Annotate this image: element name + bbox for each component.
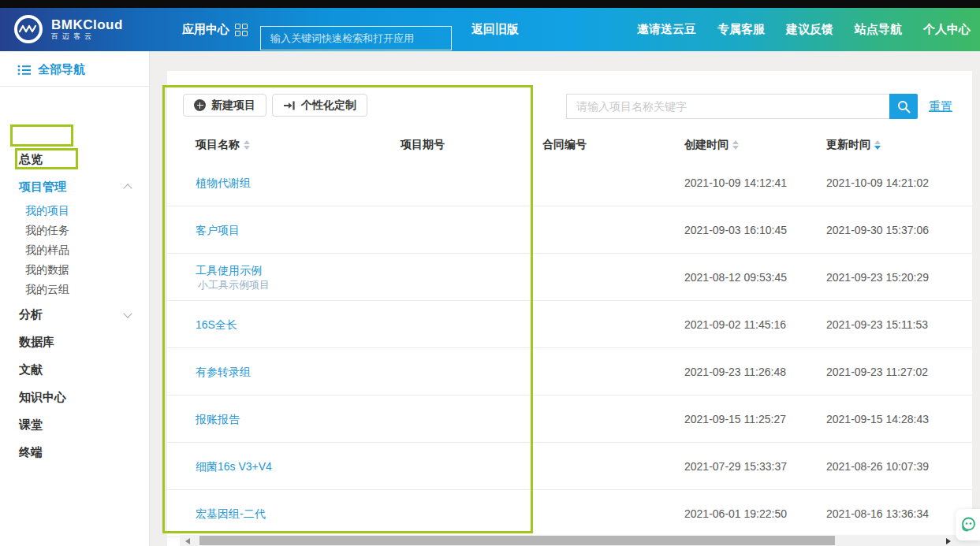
back-to-old-version-link[interactable]: 返回旧版 — [471, 8, 519, 51]
updated-time: 2021-09-23 11:27:02 — [826, 348, 928, 396]
all-nav-label: 全部导航 — [38, 62, 85, 77]
table-row: 有参转录组 2021-09-23 11:26:48 2021-09-23 11:… — [167, 348, 972, 396]
brand-name: BMKCloud — [51, 18, 123, 32]
search-button[interactable] — [889, 94, 918, 119]
app-search-input[interactable] — [260, 26, 452, 50]
header-link-support[interactable]: 专属客服 — [717, 22, 765, 37]
created-time: 2021-09-15 11:25:27 — [684, 396, 786, 443]
table-row: 植物代谢组 2021-10-09 14:12:41 2021-10-09 14:… — [167, 159, 972, 206]
project-subname: 小工具示例项目 — [196, 278, 270, 292]
sidebar-item-database[interactable]: 数据库 — [19, 335, 54, 350]
table-row: 工具使用示例小工具示例项目 2021-08-12 09:53:45 2021-0… — [167, 254, 972, 301]
scroll-left-arrow-icon[interactable] — [185, 538, 190, 544]
sidebar-divider — [0, 86, 149, 87]
customer-service-widget[interactable] — [956, 509, 980, 540]
project-name-link[interactable]: 有参转录组 — [196, 365, 251, 380]
main-content-card: 新建项目 个性化定制 重置 项目名称 项目期号 — [167, 71, 972, 546]
sidebar-item-my-projects[interactable]: 我的项目 — [25, 204, 69, 218]
brand-text: BMKCloud 百迈客云 — [51, 18, 123, 41]
enter-arrow-icon — [283, 100, 296, 111]
project-name-link[interactable]: 细菌16s V3+V4 — [196, 459, 272, 474]
created-time: 2021-06-01 19:22:50 — [684, 490, 787, 537]
search-icon — [897, 100, 911, 113]
updated-time: 2021-09-15 14:28:43 — [826, 396, 929, 443]
header-link-feedback[interactable]: 建议反馈 — [786, 22, 833, 37]
table-row: 细菌16s V3+V4 2021-07-29 15:33:37 2021-08-… — [167, 443, 972, 490]
sidebar-item-overview[interactable]: 总览 — [19, 152, 43, 167]
bmkcloud-app: BMKCloud 百迈客云 应用中心 返回旧版 邀请送云豆 专属客服 建议反馈 … — [0, 0, 980, 546]
scroll-right-arrow-icon[interactable] — [946, 538, 951, 544]
header-link-invite[interactable]: 邀请送云豆 — [637, 22, 696, 37]
sidebar-item-project-management[interactable]: 项目管理 — [19, 180, 66, 195]
sidebar-item-analysis[interactable]: 分析 — [19, 307, 43, 322]
column-header-updated-time[interactable]: 更新时间 — [826, 131, 881, 159]
sidebar: 全部导航 总览 项目管理 我的项目 我的任务 我的样品 我的数据 我的云组 分析… — [0, 51, 150, 546]
column-header-project-name[interactable]: 项目名称 — [196, 131, 250, 159]
project-name-link[interactable]: 客户项目 — [196, 223, 240, 238]
reset-link[interactable]: 重置 — [929, 99, 952, 114]
sidebar-item-classroom[interactable]: 课堂 — [19, 418, 43, 433]
updated-time: 2021-10-09 14:21:02 — [826, 159, 929, 206]
chevron-down-icon[interactable] — [123, 309, 132, 318]
project-name-link[interactable]: 16S全长 — [196, 318, 237, 332]
horizontal-scrollbar[interactable] — [180, 535, 980, 546]
sidebar-all-nav[interactable]: 全部导航 — [17, 62, 85, 77]
header-link-personal-center[interactable]: 个人中心 — [923, 22, 971, 37]
created-time: 2021-09-03 16:10:45 — [684, 206, 787, 254]
headset-smiley-icon — [960, 516, 977, 533]
created-time: 2021-09-23 11:26:48 — [684, 348, 786, 396]
app-center-menu[interactable]: 应用中心 — [182, 8, 248, 51]
brand-name-cn: 百迈客云 — [51, 32, 123, 41]
sidebar-item-terminal[interactable]: 终端 — [19, 445, 43, 460]
created-time: 2021-08-12 09:53:45 — [684, 254, 787, 301]
table-header: 项目名称 项目期号 合同编号 创建时间 更新时间 — [167, 131, 972, 159]
table-row: 报账报告 2021-09-15 11:25:27 2021-09-15 14:2… — [167, 396, 972, 443]
column-header-created-time[interactable]: 创建时间 — [684, 131, 739, 159]
top-header-bar: BMKCloud 百迈客云 应用中心 返回旧版 邀请送云豆 专属客服 建议反馈 … — [0, 8, 980, 51]
sort-icon-updated-time[interactable] — [874, 140, 881, 150]
column-header-project-period: 项目期号 — [401, 131, 445, 159]
browser-top-strip — [0, 0, 980, 8]
project-name-link[interactable]: 工具使用示例 — [196, 263, 270, 278]
updated-time: 2021-09-30 15:37:06 — [826, 206, 929, 254]
plus-circle-icon — [194, 99, 206, 111]
project-search-input[interactable] — [566, 94, 889, 119]
sort-icon-created-time[interactable] — [732, 140, 739, 150]
sidebar-item-my-data[interactable]: 我的数据 — [25, 263, 69, 277]
sidebar-item-my-samples[interactable]: 我的样品 — [25, 243, 69, 258]
created-time: 2021-10-09 14:12:41 — [684, 159, 787, 206]
header-links: 邀请送云豆 专属客服 建议反馈 站点导航 个人中心 — [637, 8, 971, 51]
scrollbar-thumb[interactable] — [199, 536, 835, 545]
chevron-up-icon[interactable] — [123, 184, 132, 192]
created-time: 2021-09-02 11:45:16 — [684, 301, 786, 348]
customize-button[interactable]: 个性化定制 — [272, 94, 367, 117]
app-center-label: 应用中心 — [182, 22, 229, 37]
sidebar-item-knowledge-center[interactable]: 知识中心 — [19, 390, 66, 405]
sort-icon-project-name[interactable] — [244, 140, 250, 150]
project-name-link[interactable]: 宏基因组-二代 — [196, 507, 266, 522]
customize-label: 个性化定制 — [301, 98, 356, 113]
updated-time: 2021-08-26 10:07:39 — [826, 443, 929, 490]
new-project-button[interactable]: 新建项目 — [183, 94, 266, 117]
sidebar-item-literature[interactable]: 文献 — [19, 362, 43, 377]
updated-time: 2021-09-23 15:20:29 — [826, 254, 929, 301]
header-link-sitemap[interactable]: 站点导航 — [855, 22, 902, 37]
table-body: 植物代谢组 2021-10-09 14:12:41 2021-10-09 14:… — [167, 159, 972, 537]
project-name-link[interactable]: 植物代谢组 — [196, 176, 251, 191]
table-row: 宏基因组-二代 2021-06-01 19:22:50 2021-08-16 1… — [167, 490, 972, 537]
table-row: 客户项目 2021-09-03 16:10:45 2021-09-30 15:3… — [167, 206, 972, 254]
updated-time: 2021-08-16 13:36:34 — [826, 490, 929, 537]
column-header-contract-no: 合同编号 — [542, 131, 587, 159]
table-row: 16S全长 2021-09-02 11:45:16 2021-09-23 15:… — [167, 301, 972, 348]
brand-logo[interactable]: BMKCloud 百迈客云 — [13, 13, 123, 45]
project-name-link[interactable]: 报账报告 — [196, 412, 240, 427]
list-icon — [17, 65, 32, 76]
created-time: 2021-07-29 15:33:37 — [684, 443, 787, 490]
new-project-label: 新建项目 — [211, 98, 255, 113]
sidebar-item-my-cloud-group[interactable]: 我的云组 — [25, 283, 69, 297]
bmk-logo-icon — [13, 13, 44, 45]
sidebar-item-my-tasks[interactable]: 我的任务 — [25, 224, 69, 238]
updated-time: 2021-09-23 15:11:53 — [826, 301, 928, 348]
app-grid-icon — [235, 24, 248, 36]
